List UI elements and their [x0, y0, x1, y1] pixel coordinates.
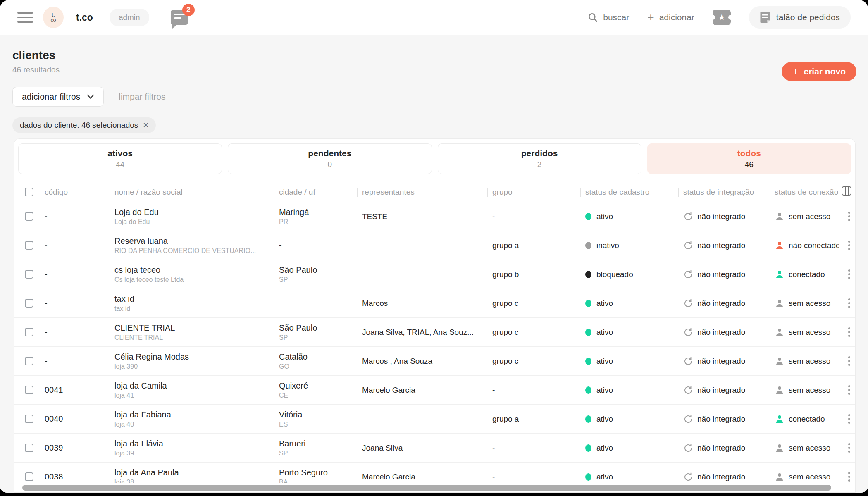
row-checkbox[interactable]	[25, 270, 33, 279]
row-checkbox[interactable]	[25, 415, 33, 423]
person-icon	[775, 212, 785, 222]
row-actions-menu[interactable]	[843, 298, 850, 308]
status-dot	[585, 415, 591, 423]
table-row[interactable]: - Loja do Edu Loja do Edu Maringá PR TES…	[14, 202, 855, 231]
cell-cidade: São Paulo SP	[274, 323, 357, 341]
cell-codigo: 0040	[40, 414, 110, 424]
search-button[interactable]: buscar	[587, 12, 629, 23]
row-actions-menu[interactable]	[843, 443, 850, 453]
cell-grupo: -	[487, 472, 580, 482]
row-actions-menu[interactable]	[843, 385, 850, 395]
brand-logo[interactable]: t. co	[43, 7, 64, 28]
row-checkbox[interactable]	[25, 386, 33, 394]
person-icon	[775, 356, 785, 366]
column-header-integracao[interactable]: status de integração	[678, 188, 770, 197]
status-dot	[585, 444, 591, 452]
row-actions-menu[interactable]	[843, 269, 850, 279]
search-icon	[587, 12, 598, 23]
status-dot	[585, 473, 591, 481]
row-checkbox[interactable]	[25, 299, 33, 308]
cell-status-integracao: não integrado	[678, 385, 770, 395]
cell-nome: Célia Regina Modas loja 390	[110, 352, 274, 370]
plus-icon: +	[792, 65, 799, 78]
table-row[interactable]: - CLIENTE TRIAL CLIENTE TRIAL São Paulo …	[14, 318, 855, 347]
cell-status-conexao: conectado	[770, 269, 839, 279]
cell-status-integracao: não integrado	[678, 269, 770, 279]
column-header-conexao[interactable]: status de conexão	[770, 188, 839, 197]
sync-icon	[683, 327, 693, 337]
column-header-grupo[interactable]: grupo	[487, 188, 580, 197]
row-checkbox[interactable]	[25, 357, 33, 365]
row-actions-menu[interactable]	[843, 356, 850, 366]
sync-icon	[683, 241, 693, 250]
create-new-button[interactable]: + criar novo	[782, 62, 856, 81]
order-pad-button[interactable]: talão de pedidos	[749, 6, 851, 29]
table-body: - Loja do Edu Loja do Edu Maringá PR TES…	[14, 202, 855, 491]
add-button[interactable]: + adicionar	[647, 12, 694, 23]
row-actions-menu[interactable]	[843, 327, 850, 337]
cell-status-conexao: sem acesso	[770, 212, 839, 222]
row-checkbox[interactable]	[25, 472, 33, 481]
table-row[interactable]: 0041 loja da Camila loja 41 Quixeré CE M…	[14, 376, 855, 405]
sync-icon	[683, 472, 693, 482]
column-header-cadastro[interactable]: status de cadastro	[580, 188, 678, 197]
logo-text-bottom: co	[50, 17, 56, 23]
cell-codigo: 0039	[40, 443, 110, 453]
cell-status-conexao: não conectado	[770, 241, 839, 250]
table-row[interactable]: - cs loja teceo Cs loja teceo teste Ltda…	[14, 260, 855, 289]
status-dot	[585, 386, 591, 394]
row-checkbox[interactable]	[25, 212, 33, 221]
cell-representantes: TESTE	[357, 212, 487, 221]
tab-todos[interactable]: todos 46	[647, 143, 851, 174]
tab-perdidos[interactable]: perdidos 2	[438, 143, 641, 174]
table-row[interactable]: 0040 loja da Fabiana loja 40 Vitória ES …	[14, 405, 855, 434]
cell-status-cadastro: ativo	[580, 357, 678, 366]
tab-ativos[interactable]: ativos 44	[18, 143, 222, 174]
select-all-checkbox[interactable]	[25, 188, 33, 196]
status-tabs: ativos 44 pendentes 0 perdidos 2 todos 4…	[14, 139, 855, 177]
table-row[interactable]: - Célia Regina Modas loja 390 Catalão GO…	[14, 347, 855, 376]
row-checkbox[interactable]	[25, 241, 33, 250]
results-count: 46 resultados	[12, 65, 856, 74]
messages-button[interactable]: 2	[171, 10, 188, 25]
ticket-star-icon[interactable]: ★	[713, 10, 731, 25]
cell-status-conexao: sem acesso	[770, 298, 839, 308]
tab-pendentes[interactable]: pendentes 0	[228, 143, 432, 174]
cell-grupo: -	[487, 212, 580, 221]
cell-codigo: -	[40, 212, 110, 221]
status-dot	[585, 300, 591, 307]
cell-codigo: -	[40, 356, 110, 366]
column-header-representantes[interactable]: representantes	[357, 188, 487, 197]
sync-icon	[683, 385, 693, 395]
column-header-cidade[interactable]: cidade / uf	[274, 188, 357, 197]
filter-chip[interactable]: dados do cliente: 46 selecionados ×	[12, 117, 156, 133]
scrollbar-thumb[interactable]	[22, 485, 831, 491]
add-filters-dropdown[interactable]: adicionar filtros	[12, 87, 104, 107]
row-actions-menu[interactable]	[843, 414, 850, 424]
column-header-nome[interactable]: nome / razão social	[110, 188, 274, 197]
cell-nome: cs loja teceo Cs loja teceo teste Ltda	[110, 265, 274, 284]
table-row[interactable]: - tax id tax id - Marcos grupo c ativo	[14, 289, 855, 318]
cell-status-cadastro: ativo	[580, 212, 678, 221]
table-row[interactable]: 0039 loja da Flávia loja 39 Barueri SP J…	[14, 434, 855, 463]
menu-icon[interactable]	[17, 12, 33, 23]
cell-cidade: Quixeré CE	[274, 381, 357, 399]
row-checkbox[interactable]	[25, 328, 33, 336]
clear-filters-link[interactable]: limpar filtros	[119, 92, 165, 102]
status-dot	[585, 358, 591, 365]
cell-status-integracao: não integrado	[678, 472, 770, 482]
column-header-codigo[interactable]: código	[40, 188, 110, 197]
cell-codigo: 0038	[40, 472, 110, 482]
close-icon[interactable]: ×	[143, 120, 148, 131]
column-settings-icon[interactable]	[836, 186, 852, 198]
cell-status-cadastro: ativo	[580, 299, 678, 308]
row-actions-menu[interactable]	[843, 472, 850, 482]
row-actions-menu[interactable]	[843, 212, 850, 221]
row-checkbox[interactable]	[25, 444, 33, 452]
cell-cidade: -	[274, 240, 357, 251]
table-row[interactable]: - Reserva luana RIO DA PENHA COMERCIO DE…	[14, 231, 855, 260]
row-actions-menu[interactable]	[843, 241, 850, 250]
cell-status-conexao: sem acesso	[770, 443, 839, 453]
cell-cidade: Maringá PR	[274, 207, 357, 226]
cell-grupo: grupo b	[487, 270, 580, 279]
